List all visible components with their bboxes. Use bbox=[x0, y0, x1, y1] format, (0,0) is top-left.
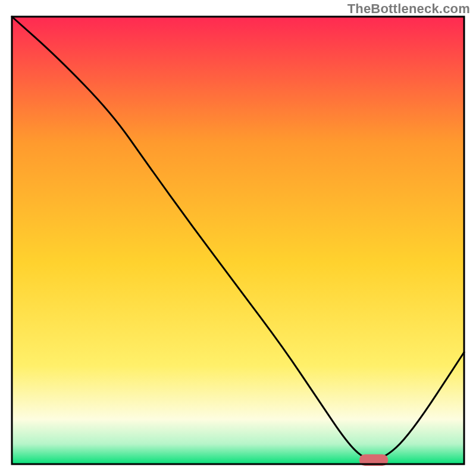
bottleneck-chart bbox=[0, 0, 476, 476]
gradient-background bbox=[12, 17, 464, 464]
chart-container: TheBottleneck.com bbox=[0, 0, 476, 476]
